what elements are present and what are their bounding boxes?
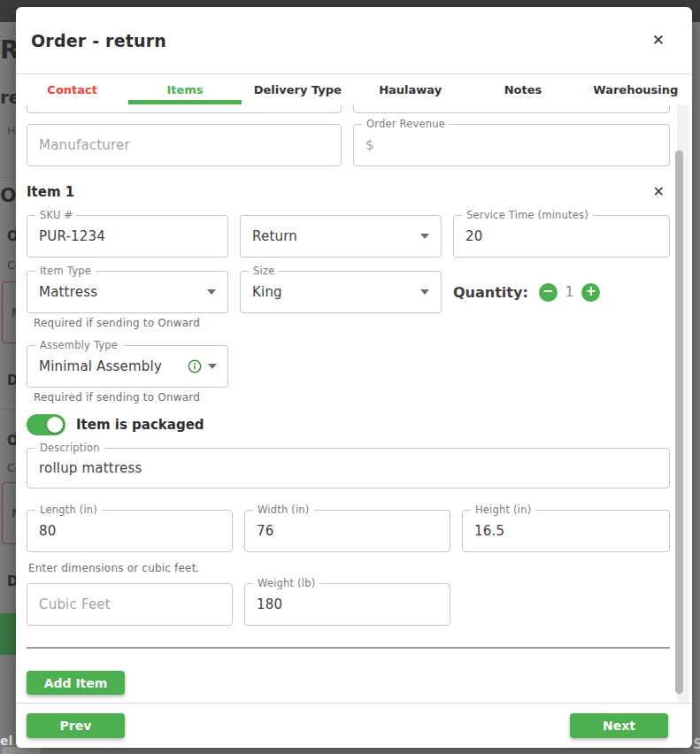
background-divider xyxy=(0,409,16,410)
item-type-select[interactable]: Item Type Mattress xyxy=(27,271,228,313)
tab-warehousing[interactable]: Warehousing xyxy=(580,74,692,105)
weight-label: Weight (lb) xyxy=(253,577,319,589)
item-header-row: Item 1 ✕ xyxy=(27,184,670,200)
width-field: Width (in) xyxy=(244,510,450,552)
tab-contact[interactable]: Contact xyxy=(16,74,128,105)
assembly-type-row: Assembly Type Minimal Assembly xyxy=(27,345,228,388)
service-time-label: Service Time (minutes) xyxy=(462,209,593,221)
service-time-input[interactable] xyxy=(465,228,658,244)
background-right-button-fragment: S xyxy=(693,735,700,752)
chevron-down-icon xyxy=(420,234,429,239)
sku-field: SKU # xyxy=(27,215,228,258)
quantity-decrement-icon[interactable]: − xyxy=(539,283,558,302)
manufacturer-revenue-row: Order Revenue xyxy=(27,124,670,166)
description-label: Description xyxy=(35,442,104,454)
assembly-type-value: Minimal Assembly xyxy=(39,358,162,374)
add-item-button[interactable]: Add Item xyxy=(27,671,125,695)
weight-field: Weight (lb) xyxy=(244,583,450,626)
cubic-weight-row: Weight (lb) xyxy=(27,583,670,626)
clipped-field xyxy=(27,105,342,113)
quantity-increment-icon[interactable]: + xyxy=(581,283,600,302)
assembly-type-select[interactable]: Assembly Type Minimal Assembly xyxy=(27,345,228,388)
prev-button[interactable]: Prev xyxy=(27,713,125,738)
item-type-helper: Required if sending to Onward xyxy=(34,317,670,329)
background-divider xyxy=(0,177,16,178)
length-input[interactable] xyxy=(39,523,220,539)
sku-row: SKU # Return Service Time (minutes) xyxy=(27,215,670,258)
cubic-feet-input[interactable] xyxy=(27,583,233,626)
chevron-down-icon xyxy=(208,364,217,369)
tab-items[interactable]: Items xyxy=(128,74,241,105)
weight-input[interactable] xyxy=(257,596,438,612)
size-select[interactable]: Size King xyxy=(240,271,442,313)
length-field: Length (in) xyxy=(27,510,233,552)
modal-header: Order - return ✕ xyxy=(16,7,692,74)
sku-label: SKU # xyxy=(35,209,77,221)
scrollbar-thumb[interactable] xyxy=(675,150,683,694)
item-type-label: Item Type xyxy=(35,265,96,277)
quantity-stepper: Quantity: − 1 + xyxy=(453,271,670,313)
next-button[interactable]: Next xyxy=(570,713,668,738)
width-label: Width (in) xyxy=(253,504,314,516)
quantity-label: Quantity: xyxy=(453,284,528,301)
packaged-toggle-row: Item is packaged xyxy=(27,414,670,435)
chevron-down-icon xyxy=(420,289,429,295)
sku-input[interactable] xyxy=(39,228,216,244)
description-row: Description xyxy=(27,448,670,489)
item-is-packaged-toggle[interactable] xyxy=(27,414,65,435)
items-section-divider xyxy=(27,647,670,649)
assembly-type-helper: Required if sending to Onward xyxy=(34,391,670,404)
scrollbar-track[interactable] xyxy=(677,105,688,703)
tab-notes[interactable]: Notes xyxy=(466,74,579,105)
modal-title: Order - return xyxy=(31,31,166,50)
order-type-select[interactable]: Return xyxy=(240,215,442,258)
height-label: Height (in) xyxy=(471,504,535,516)
item-type-row: Item Type Mattress Size King Quantity: −… xyxy=(27,271,670,313)
assembly-type-label: Assembly Type xyxy=(35,339,122,351)
background-cancel-button-fragment: el xyxy=(0,734,12,748)
manufacturer-input[interactable] xyxy=(27,124,342,166)
quantity-value: 1 xyxy=(565,284,574,300)
order-revenue-label: Order Revenue xyxy=(362,118,450,130)
clipped-fields-row xyxy=(27,105,670,113)
order-return-modal: Order - return ✕ Contact Items Delivery … xyxy=(16,7,692,748)
width-input[interactable] xyxy=(257,523,438,539)
item-type-value: Mattress xyxy=(39,284,97,300)
dimensions-row: Length (in) Width (in) Height (in) xyxy=(27,510,670,552)
tab-bar: Contact Items Delivery Type Haulaway Not… xyxy=(16,74,692,105)
modal-scroll-area: Order Revenue Item 1 ✕ SKU # Return S xyxy=(16,105,692,703)
remove-item-icon[interactable]: ✕ xyxy=(653,185,665,199)
order-type-value: Return xyxy=(252,228,297,244)
size-value: King xyxy=(252,284,282,300)
background-button-shape xyxy=(2,747,41,754)
packaged-toggle-label: Item is packaged xyxy=(76,417,204,433)
dimensions-helper: Enter dimensions or cubic feet. xyxy=(28,562,670,574)
description-input[interactable] xyxy=(39,460,658,476)
length-label: Length (in) xyxy=(35,504,102,516)
item-title: Item 1 xyxy=(27,184,74,200)
info-icon[interactable] xyxy=(188,359,202,373)
height-input[interactable] xyxy=(474,523,658,539)
description-field: Description xyxy=(27,448,670,489)
height-field: Height (in) xyxy=(462,510,670,552)
order-revenue-input[interactable] xyxy=(365,137,658,153)
modal-footer: Prev Next xyxy=(16,703,692,748)
chevron-down-icon xyxy=(207,289,216,295)
tab-haulaway[interactable]: Haulaway xyxy=(354,74,466,105)
size-label: Size xyxy=(249,265,279,277)
toggle-knob xyxy=(47,417,63,433)
service-time-field: Service Time (minutes) xyxy=(453,215,670,258)
clipped-field xyxy=(353,105,670,113)
close-icon[interactable]: ✕ xyxy=(652,33,665,48)
tab-delivery-type[interactable]: Delivery Type xyxy=(242,74,354,105)
order-revenue-field: Order Revenue xyxy=(353,124,670,166)
